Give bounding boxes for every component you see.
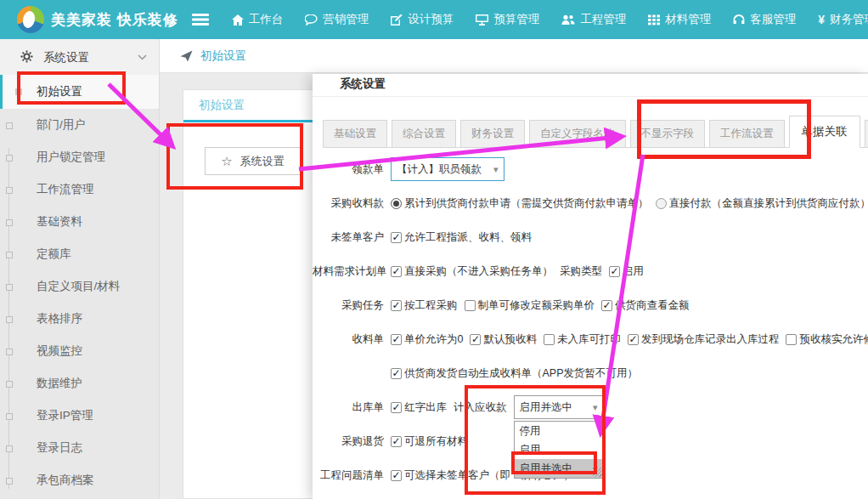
checkbox-label: 制单可修改定额采购单价 — [478, 298, 595, 313]
form-item: 直接采购（不进入采购任务单） — [391, 264, 553, 279]
modal-tab-综合设置[interactable]: 综合设置 — [392, 120, 456, 148]
panel-tab-initial-settings[interactable]: 初始设置 — [183, 98, 260, 113]
row-label: 工程问题清单 — [313, 468, 384, 483]
form-item: 供货商发货自动生成收料单（APP发货暂不可用） — [391, 366, 638, 381]
row-label: 出库单 — [313, 400, 384, 415]
nav-item-label: 财务管理 — [830, 12, 868, 27]
sidebar-item-工作流管理[interactable]: 工作流管理 — [0, 173, 159, 206]
dropdown-option-启用[interactable]: 启用 — [515, 440, 603, 459]
modal-tab-财务设置[interactable]: 财务设置 — [460, 120, 525, 148]
checkbox-checked[interactable] — [470, 334, 481, 345]
dropdown-option-启用并选中[interactable]: 启用并选中 — [515, 459, 603, 478]
topbar: 美美家装 快乐装修 工作台营销管理设计预算预算管理工程管理材料管理客服管理¥财务… — [0, 0, 868, 39]
headset-icon — [733, 14, 745, 26]
sidebar-item-初始设置[interactable]: 初始设置 — [0, 75, 159, 109]
row-label: 未签单客户 — [313, 230, 384, 245]
checkbox-checked[interactable] — [601, 300, 612, 311]
modal-tab-工作流设置[interactable]: 工作流设置 — [709, 120, 785, 148]
checkbox-label: 默认预收料 — [483, 332, 537, 347]
sidebar-item-自定义项目/材料[interactable]: 自定义项目/材料 — [0, 270, 159, 303]
breadcrumb[interactable]: 初始设置 — [200, 48, 246, 64]
checkbox-label: 可退所有材料 — [404, 434, 468, 449]
sidebar-item-表格排序[interactable]: 表格排序 — [0, 303, 159, 335]
checkbox-unchecked[interactable] — [465, 300, 476, 311]
nav-item-营销管理[interactable]: 营销管理 — [294, 0, 380, 39]
form-item: 制单可修改定额采购单价 — [465, 298, 595, 313]
sidebar-item-用户锁定管理[interactable]: 用户锁定管理 — [0, 141, 159, 173]
caret-down-icon: ▾ — [593, 402, 598, 413]
sidebar-item-登录日志[interactable]: 登录日志 — [0, 432, 159, 464]
dropdown-option-停用[interactable]: 停用 — [515, 422, 603, 440]
checkbox-label: 供货商查看金额 — [615, 298, 690, 313]
form-item: 预收核实允许修改 — [786, 332, 868, 347]
sidebar-item-数据维护[interactable]: 数据维护 — [0, 367, 159, 400]
row-label: 材料需求计划单 — [313, 264, 384, 279]
sidebar-header[interactable]: 系统设置 — [0, 39, 159, 77]
checkbox-checked[interactable] — [391, 266, 402, 277]
row-label: 领款单 — [313, 162, 384, 177]
radio-selected[interactable] — [391, 198, 402, 209]
checkbox-unchecked[interactable] — [544, 334, 555, 345]
resize-grip[interactable] — [593, 468, 602, 477]
form-row: 采购任务按工程采购制单可修改定额采购单价供货商查看金额 — [313, 288, 868, 322]
checkbox-checked[interactable] — [609, 266, 620, 277]
row-label: 采购任务 — [313, 298, 384, 313]
form-item: 允许工程指派、收料、领料 — [391, 230, 532, 245]
checkbox-checked[interactable] — [391, 436, 402, 447]
checkbox-checked[interactable] — [391, 402, 402, 413]
form-item: 启用并选中▾停用启用启用并选中 — [514, 395, 604, 419]
nav-item-设计预算[interactable]: 设计预算 — [380, 0, 465, 39]
checkbox-checked[interactable] — [628, 334, 639, 345]
checkbox-label: 未入库可打印 — [557, 332, 621, 347]
row-label: 采购退货 — [313, 434, 384, 449]
checkbox-checked[interactable] — [391, 470, 402, 481]
form-item: 可退所有材料 — [391, 434, 468, 449]
yen-icon: ¥ — [818, 13, 825, 26]
brand-title: 美美家装 快乐装修 — [51, 10, 178, 30]
checkbox-checked[interactable] — [391, 232, 402, 243]
nav-item-财务管理[interactable]: ¥财务管理 — [807, 0, 868, 39]
select-value: 启用并选中 — [520, 400, 573, 415]
select-【计入】职员领款[interactable]: 【计入】职员领款▾ — [391, 157, 504, 181]
nav-item-工作台[interactable]: 工作台 — [221, 0, 295, 39]
modal-tab-单据关联[interactable]: 单据关联 — [789, 116, 860, 148]
dropdown-option-list: 停用启用启用并选中 — [514, 421, 604, 479]
nav-item-客服管理[interactable]: 客服管理 — [722, 0, 807, 39]
nav-item-预算管理[interactable]: 预算管理 — [465, 0, 550, 39]
nav-item-label: 预算管理 — [493, 12, 539, 27]
sidebar-item-承包商档案[interactable]: 承包商档案 — [0, 464, 159, 496]
sidebar: 系统设置 初始设置部门/用户用户锁定管理工作流管理基础资料定额库自定义项目/材料… — [0, 39, 160, 499]
nav-item-label: 工程管理 — [580, 12, 626, 27]
checkbox-checked[interactable] — [391, 368, 402, 379]
checkbox-checked[interactable] — [391, 300, 402, 311]
star-icon: ☆ — [221, 154, 232, 169]
inline-label: 计入应收款 — [454, 400, 507, 415]
sidebar-item-基础资料[interactable]: 基础资料 — [0, 206, 159, 238]
modal-tab-自定义字段名称[interactable]: 自定义字段名称 — [529, 120, 626, 148]
hamburger-icon[interactable] — [192, 13, 209, 26]
system-settings-button[interactable]: ☆ 系统设置 — [205, 147, 301, 175]
sidebar-item-视频监控[interactable]: 视频监控 — [0, 335, 159, 367]
modal-tab-不显示字段[interactable]: 不显示字段 — [630, 120, 706, 148]
sidebar-item-部门/用户[interactable]: 部门/用户 — [0, 109, 159, 141]
checkbox-label: 发到现场仓库记录出入库过程 — [641, 332, 780, 347]
checkbox-unchecked[interactable] — [786, 334, 797, 345]
nav-item-工程管理[interactable]: 工程管理 — [550, 0, 637, 39]
system-settings-button-label: 系统设置 — [240, 154, 285, 169]
radio-unselected[interactable] — [656, 198, 667, 209]
modal-tab-消息提醒[interactable]: 消息提醒 — [865, 120, 868, 148]
select-receivable-status[interactable]: 启用并选中▾ — [514, 395, 604, 419]
select-wrapper: 启用并选中▾停用启用启用并选中 — [514, 395, 604, 419]
sidebar-item-登录IP管理[interactable]: 登录IP管理 — [0, 400, 159, 432]
nav-item-材料管理[interactable]: 材料管理 — [637, 0, 722, 39]
modal-tab-基础设置[interactable]: 基础设置 — [323, 120, 387, 148]
form-row: 材料需求计划单直接采购（不进入采购任务单）采购类型启用 — [313, 254, 868, 288]
checkbox-label: 单价允许为0 — [404, 332, 463, 347]
form-item: 未入库可打印 — [544, 332, 621, 347]
form-item: 默认预收料 — [470, 332, 537, 347]
modal-tab-bar: 基础设置综合设置财务设置自定义字段名称不显示字段工作流设置单据关联消息提醒 — [323, 120, 868, 148]
sidebar-item-定额库[interactable]: 定额库 — [0, 238, 159, 270]
checkbox-checked[interactable] — [391, 334, 402, 345]
edit-icon — [391, 14, 403, 26]
nav-item-label: 设计预算 — [408, 12, 454, 27]
